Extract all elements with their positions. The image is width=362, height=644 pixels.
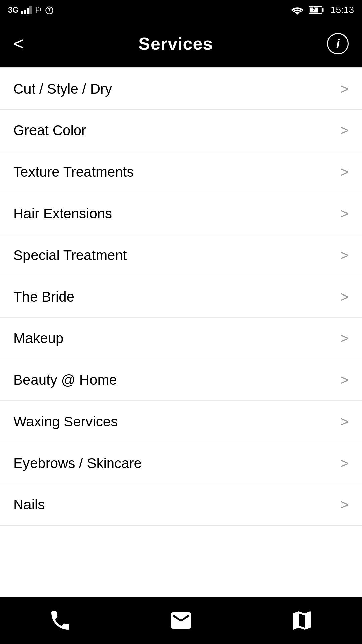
phone-nav-item[interactable] xyxy=(40,600,80,641)
menu-item-label-beauty-at-home: Beauty @ Home xyxy=(13,372,117,388)
page-title: Services xyxy=(138,34,213,54)
app-header: < Services i xyxy=(0,20,362,67)
info-icon: i xyxy=(336,37,340,51)
mail-icon xyxy=(169,608,193,633)
svg-rect-1 xyxy=(322,8,324,12)
menu-item-hair-extensions[interactable]: Hair Extensions> xyxy=(0,193,362,234)
chevron-right-icon-cut-style-dry: > xyxy=(340,82,349,96)
menu-item-label-special-treatment: Special Treatment xyxy=(13,247,127,263)
info-button[interactable]: i xyxy=(327,33,349,54)
battery-icon xyxy=(309,5,325,15)
usb-icon xyxy=(45,5,54,15)
map-nav-item[interactable] xyxy=(282,600,322,641)
chevron-right-icon-the-bride: > xyxy=(340,289,349,304)
wifi-icon xyxy=(291,5,304,15)
back-button[interactable]: < xyxy=(13,34,24,53)
bottom-navigation xyxy=(0,597,362,644)
menu-item-cut-style-dry[interactable]: Cut / Style / Dry> xyxy=(0,68,362,110)
menu-item-the-bride[interactable]: The Bride> xyxy=(0,276,362,318)
chevron-right-icon-special-treatment: > xyxy=(340,248,349,263)
menu-item-makeup[interactable]: Makeup> xyxy=(0,318,362,359)
chevron-right-icon-great-color: > xyxy=(340,123,349,138)
chevron-right-icon-eyebrows-skincare: > xyxy=(340,456,349,471)
menu-item-label-texture-treatments: Texture Treatments xyxy=(13,164,134,180)
menu-item-nails[interactable]: Nails> xyxy=(0,484,362,526)
network-label: 3G xyxy=(8,5,19,15)
status-bar: 3G ⚐ 15:13 xyxy=(0,0,362,20)
status-right: 15:13 xyxy=(291,5,354,15)
menu-item-label-waxing-services: Waxing Services xyxy=(13,414,118,430)
mail-nav-item[interactable] xyxy=(161,600,201,641)
menu-item-label-makeup: Makeup xyxy=(13,330,63,346)
time-display: 15:13 xyxy=(330,5,354,15)
map-icon xyxy=(290,608,314,633)
menu-item-label-the-bride: The Bride xyxy=(13,289,74,305)
menu-item-label-great-color: Great Color xyxy=(13,122,86,139)
menu-item-special-treatment[interactable]: Special Treatment> xyxy=(0,234,362,276)
usb-icon: ⚐ xyxy=(34,5,42,15)
menu-item-label-hair-extensions: Hair Extensions xyxy=(13,206,112,222)
phone-icon xyxy=(48,608,72,633)
menu-item-waxing-services[interactable]: Waxing Services> xyxy=(0,401,362,442)
services-list: Cut / Style / Dry>Great Color>Texture Tr… xyxy=(0,68,362,526)
menu-item-label-nails: Nails xyxy=(13,497,45,513)
menu-item-label-cut-style-dry: Cut / Style / Dry xyxy=(13,81,112,97)
chevron-right-icon-texture-treatments: > xyxy=(340,165,349,179)
chevron-right-icon-waxing-services: > xyxy=(340,414,349,429)
menu-item-label-eyebrows-skincare: Eyebrows / Skincare xyxy=(13,455,142,471)
chevron-right-icon-hair-extensions: > xyxy=(340,206,349,221)
menu-item-beauty-at-home[interactable]: Beauty @ Home> xyxy=(0,359,362,401)
status-left: 3G ⚐ xyxy=(8,5,54,15)
chevron-right-icon-makeup: > xyxy=(340,331,349,346)
menu-item-texture-treatments[interactable]: Texture Treatments> xyxy=(0,151,362,193)
signal-bars xyxy=(21,6,32,14)
menu-item-eyebrows-skincare[interactable]: Eyebrows / Skincare> xyxy=(0,442,362,484)
chevron-right-icon-nails: > xyxy=(340,497,349,512)
chevron-right-icon-beauty-at-home: > xyxy=(340,373,349,387)
menu-item-great-color[interactable]: Great Color> xyxy=(0,110,362,151)
